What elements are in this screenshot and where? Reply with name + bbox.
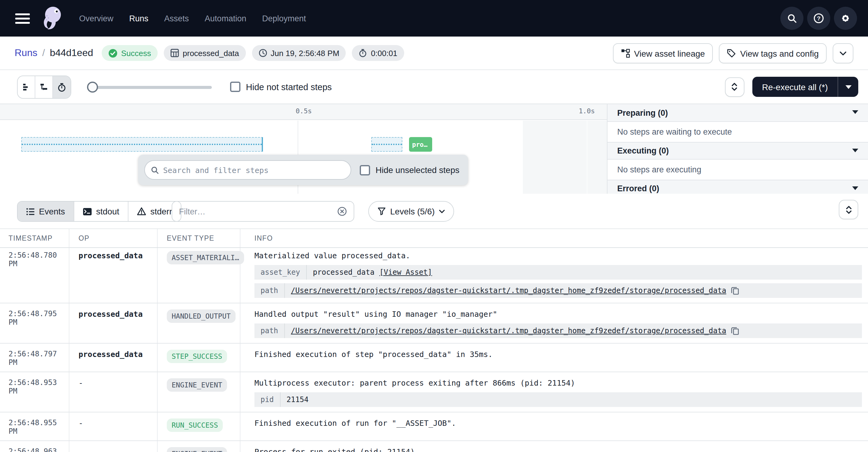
header-more-button[interactable] <box>833 43 854 63</box>
kv-key: path <box>254 283 285 298</box>
help-button[interactable]: ? <box>807 7 830 30</box>
view-asset-lineage-button[interactable]: View asset lineage <box>613 43 713 63</box>
event-type-badge: ASSET_MATERIALI… <box>167 251 244 264</box>
logs-expand-button[interactable] <box>839 200 858 219</box>
run-id: b44d1eed <box>50 48 93 58</box>
view-asset-link[interactable]: [View Asset] <box>379 268 432 277</box>
event-op: - <box>69 419 157 435</box>
search-icon <box>787 13 797 24</box>
gantt-time-axis: 0.5s 1.0s <box>0 104 607 120</box>
breadcrumb: Runs / b44d1eed <box>14 48 93 58</box>
expand-collapse-button[interactable] <box>725 77 744 96</box>
terminal-icon <box>83 207 92 215</box>
timestamp-label: Jun 19, 2:56:48 PM <box>271 49 339 58</box>
tab-stdout[interactable]: stdout <box>74 202 128 221</box>
event-type-badge: ENGINE_EVENT <box>167 378 227 392</box>
event-op: - <box>69 378 157 407</box>
executing-section-header[interactable]: Executing (0) <box>608 142 868 160</box>
col-header-info: INFO <box>240 234 868 242</box>
levels-filter-button[interactable]: Levels (5/6) <box>368 201 454 222</box>
hide-unselected-checkbox[interactable] <box>360 165 370 175</box>
path-row: path /Users/neverett/projects/repos/dags… <box>254 283 862 298</box>
gantt-step-bar-processed-data[interactable]: pro… <box>409 137 432 152</box>
log-filter-input[interactable] <box>179 207 337 216</box>
menu-icon[interactable] <box>15 13 30 24</box>
col-header-op: OP <box>69 234 157 242</box>
gantt-waiting-bar[interactable] <box>21 137 263 152</box>
kv-key: pid <box>254 392 280 407</box>
chevron-down-icon <box>439 209 445 214</box>
event-row[interactable]: 2:56:48.955 PM - RUN_SUCCESS Finished ex… <box>0 413 868 441</box>
stopwatch-icon <box>359 49 367 57</box>
event-row[interactable]: 2:56:48.963 PM - ENGINE_EVENT Process fo… <box>0 441 868 452</box>
gantt-overrun-zone <box>523 121 607 194</box>
gantt-toolbar-right: Re-execute all (*) <box>725 77 858 97</box>
gantt-plot: pro… Hide unselected steps <box>0 121 607 194</box>
flat-view-button[interactable] <box>18 76 35 98</box>
search-button[interactable] <box>780 7 804 30</box>
step-search-input[interactable] <box>163 165 344 174</box>
event-row[interactable]: 2:56:48.795 PM processed_data HANDLED_OU… <box>0 303 868 344</box>
nav-item-runs[interactable]: Runs <box>129 14 149 23</box>
event-row[interactable]: 2:56:48.780 PM processed_data ASSET_MATE… <box>0 248 868 303</box>
events-table: TIMESTAMP OP EVENT TYPE INFO 2:56:48.780… <box>0 229 868 452</box>
nav-item-deployment[interactable]: Deployment <box>262 14 306 23</box>
caret-down-icon <box>852 187 858 190</box>
preparing-empty-text: No steps are waiting to execute <box>617 127 732 137</box>
tab-events[interactable]: Events <box>18 202 74 221</box>
timestamp-badge: Jun 19, 2:56:48 PM <box>252 45 346 61</box>
asset-tag-badge[interactable]: processed_data <box>164 45 246 61</box>
reexecute-all-button[interactable]: Re-execute all (*) <box>752 77 838 97</box>
col-header-event-type: EVENT TYPE <box>157 234 240 242</box>
nav-item-automation[interactable]: Automation <box>205 14 247 23</box>
event-row[interactable]: 2:56:48.797 PM processed_data STEP_SUCCE… <box>0 344 868 372</box>
slider-thumb[interactable] <box>87 82 98 93</box>
step-search-box <box>144 160 351 180</box>
nav-item-assets[interactable]: Assets <box>164 14 189 23</box>
gantt-zoom-slider[interactable] <box>87 86 212 89</box>
preparing-section-header[interactable]: Preparing (0) <box>608 104 868 122</box>
up-down-chevrons-icon <box>844 205 852 214</box>
path-link[interactable]: /Users/neverett/projects/repos/dagster-q… <box>291 327 726 335</box>
levels-filter-label: Levels (5/6) <box>390 206 435 216</box>
timing-view-button[interactable] <box>53 76 71 98</box>
event-row[interactable]: 2:56:48.953 PM - ENGINE_EVENT Multiproce… <box>0 372 868 413</box>
gear-icon <box>840 13 851 24</box>
event-info-text: Finished execution of run for "__ASSET_J… <box>254 419 862 428</box>
copy-icon[interactable] <box>731 286 739 295</box>
gantt-section: 0.5s 1.0s pro… <box>0 104 868 194</box>
log-view-tabs: Events stdout stderr <box>17 201 181 222</box>
log-filter-box <box>172 201 354 222</box>
path-link[interactable]: /Users/neverett/projects/repos/dagster-q… <box>291 286 726 295</box>
event-list-icon <box>26 207 35 215</box>
hide-not-started-label: Hide not started steps <box>246 82 332 92</box>
reexecute-dropdown-button[interactable] <box>838 77 858 97</box>
gantt-waiting-bar-2[interactable] <box>371 137 402 152</box>
view-tags-config-label: View tags and config <box>740 49 819 58</box>
event-type-badge: STEP_SUCCESS <box>167 350 227 363</box>
nav-item-overview[interactable]: Overview <box>79 14 114 23</box>
breadcrumb-runs-link[interactable]: Runs <box>14 48 37 58</box>
hide-not-started-checkbox[interactable] <box>230 82 241 92</box>
gantt-chart-area: 0.5s 1.0s pro… <box>0 104 607 194</box>
top-nav: Overview Runs Assets Automation Deployme… <box>0 0 868 36</box>
event-timestamp: 2:56:48.797 PM <box>0 350 69 367</box>
asset-tag-label: processed_data <box>183 49 239 58</box>
warning-triangle-icon <box>137 207 146 216</box>
event-op: processed_data <box>69 350 157 367</box>
tab-stdout-label: stdout <box>96 206 119 216</box>
dagster-logo-icon[interactable] <box>39 5 64 32</box>
search-icon <box>151 166 159 174</box>
event-op: processed_data <box>69 309 157 338</box>
svg-text:?: ? <box>817 15 820 22</box>
reexecute-label: Re-execute all (*) <box>762 82 828 92</box>
clear-filter-icon[interactable] <box>337 206 347 216</box>
hide-unselected-group: Hide unselected steps <box>360 165 460 175</box>
view-tags-config-button[interactable]: View tags and config <box>719 43 827 63</box>
settings-button[interactable] <box>834 7 857 30</box>
copy-icon[interactable] <box>731 327 739 335</box>
primary-nav: Overview Runs Assets Automation Deployme… <box>79 14 306 23</box>
waterfall-view-button[interactable] <box>35 76 53 98</box>
errored-section-header[interactable]: Errored (0) <box>608 180 868 194</box>
up-down-chevrons-icon <box>731 82 739 91</box>
